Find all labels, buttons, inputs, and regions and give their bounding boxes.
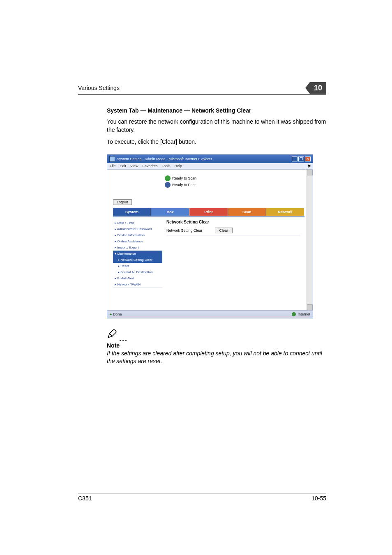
tab-box[interactable]: Box [151,208,189,216]
window-close-button[interactable]: ✕ [305,157,311,161]
main-tabs: System Box Print Scan Network [113,208,304,216]
window-minimize-button[interactable]: _ [292,157,297,161]
footer-page-number: 10-55 [311,495,326,502]
note-label: Note [107,342,326,349]
sidebar-subitem-reset[interactable]: ▸ Reset [113,263,162,269]
tab-print[interactable]: Print [189,208,228,216]
window-title-bar: System Setting - Admin Mode - Microsoft … [107,155,313,163]
status-ready-scan-icon [165,175,171,181]
menu-edit[interactable]: Edit [120,164,127,168]
panel-title: Network Setting Clear [166,220,300,224]
sidebar-item-maintenance[interactable]: ▾ Maintenance [113,251,162,257]
window-maximize-button[interactable]: ❐ [298,157,304,161]
chapter-number: 10 [314,84,322,92]
sidebar-item-device-info[interactable]: ▸ Device Information [113,232,162,238]
body-paragraph-2: To execute, click the [Clear] button. [107,138,326,146]
sidebar-nav: ▸ Date / Time ▸ Administrator Password ▸… [113,220,162,302]
running-header: Various Settings [78,85,120,91]
clear-button[interactable]: Clear [215,228,233,233]
footer-model: C351 [78,495,92,502]
window-title: System Setting - Admin Mode - Microsoft … [117,157,212,161]
section-heading: System Tab — Maintenance — Network Setti… [107,107,326,114]
note-pen-icon [107,328,118,341]
vertical-scrollbar[interactable] [307,170,313,310]
logout-button[interactable]: Logout [113,199,132,205]
sidebar-subitem-format-all[interactable]: ▸ Format All Destination [113,269,162,275]
scroll-down-button[interactable] [307,304,313,310]
sidebar-item-online-assist[interactable]: ▸ Online Assistance [113,238,162,244]
body-paragraph-1: You can restore the network configuratio… [107,118,326,134]
tab-system[interactable]: System [113,208,151,216]
status-ready-print-icon [165,182,171,188]
tab-scan[interactable]: Scan [228,208,266,216]
sidebar-item-admin-password[interactable]: ▸ Administrator Password [113,226,162,232]
status-zone: Internet [292,312,310,316]
note-ellipsis-icon: ... [119,336,128,341]
status-ready-scan: Ready to Scan [172,176,196,180]
sidebar-item-email-alert[interactable]: ▸ E-Mail Alert [113,275,162,281]
globe-icon [292,312,296,316]
sidebar-subitem-network-setting-clear[interactable]: ▸ Network Setting Clear [113,257,162,263]
sidebar-item-datetime[interactable]: ▸ Date / Time [113,220,162,226]
ie-app-icon [109,156,115,162]
status-done: ● Done [110,312,122,316]
menu-tools[interactable]: Tools [161,164,170,168]
scroll-up-button[interactable] [307,170,313,175]
menu-favorites[interactable]: Favorites [142,164,157,168]
tab-network[interactable]: Network [266,208,304,216]
note-text: If the settings are cleared after comple… [107,350,326,366]
menu-file[interactable]: File [110,164,116,168]
sidebar-item-import-export[interactable]: ▸ Import / Export [113,244,162,251]
browser-status-bar: ● Done Internet [107,310,313,318]
device-status-area: Ready to Scan Ready to Print [107,170,313,199]
sidebar-item-network-twain[interactable]: ▸ Network TWAIN [113,281,162,288]
panel-row-label: Network Setting Clear [166,228,203,233]
ie-throbber-icon: ⚑ [305,163,313,169]
content-panel: Network Setting Clear Network Setting Cl… [162,220,304,302]
status-ready-print: Ready to Print [172,183,196,187]
browser-window: System Setting - Admin Mode - Microsoft … [107,154,313,318]
chapter-number-badge: 10 [310,82,326,94]
menu-view[interactable]: View [130,164,138,168]
tab-underline [113,216,304,217]
menu-help[interactable]: Help [174,164,182,168]
